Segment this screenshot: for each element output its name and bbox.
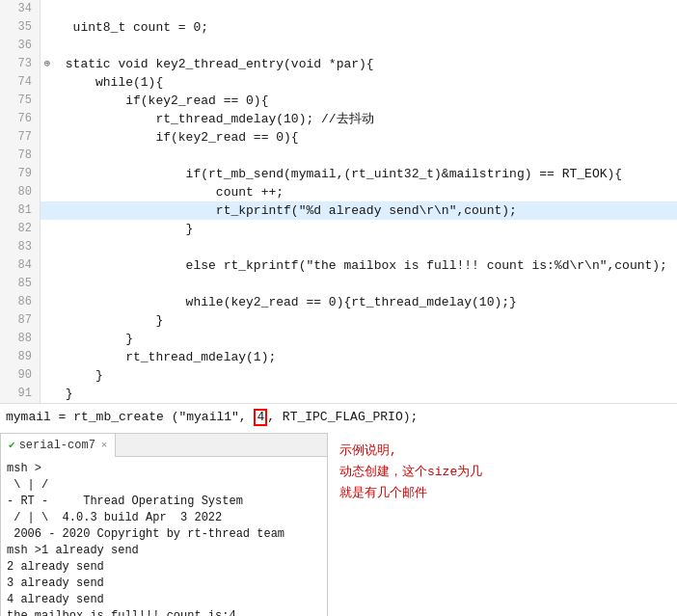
- code-line: 91 }: [0, 385, 677, 403]
- code-line: 78: [0, 147, 677, 165]
- line-number: 74: [0, 73, 41, 92]
- line-content: rt_thread_mdelay(1);: [54, 348, 276, 366]
- line-number: 34: [0, 0, 41, 18]
- tab-close-button[interactable]: ×: [101, 440, 108, 451]
- line-number: 84: [0, 256, 41, 275]
- terminal-tab-label: serial-com7: [19, 439, 95, 452]
- code-line: 34: [0, 0, 677, 18]
- code-line: 79 if(rt_mb_send(mymail,(rt_uint32_t)&ma…: [0, 165, 677, 183]
- mailbox-code: mymail = rt_mb_create ("myail1", 4, RT_I…: [0, 406, 423, 429]
- line-number: 35: [0, 18, 41, 37]
- terminal-line: msh >: [7, 461, 321, 477]
- line-content: rt_thread_mdelay(10); //去抖动: [54, 110, 374, 128]
- code-line: 80 count ++;: [0, 183, 677, 201]
- line-content: }: [54, 330, 133, 348]
- annotation-line: 动态创建，这个size为几: [339, 462, 665, 483]
- line-number: 87: [0, 311, 41, 330]
- code-line: 77 if(key2_read == 0){: [0, 128, 677, 147]
- line-number: 89: [0, 348, 41, 366]
- line-content: if(key2_read == 0){: [54, 92, 268, 110]
- line-content: uint8_t count = 0;: [54, 18, 208, 37]
- line-number: 91: [0, 385, 41, 403]
- code-line: 88 }: [0, 330, 677, 348]
- code-line: 74 while(1){: [0, 73, 677, 92]
- line-number: 75: [0, 92, 41, 110]
- line-number: 76: [0, 110, 41, 128]
- line-number: 36: [0, 37, 41, 55]
- bottom-section: ✔ serial-com7 × msh > \ | /- RT - Thread…: [0, 433, 677, 616]
- line-number: 77: [0, 128, 41, 147]
- code-line: 73⊕ static void key2_thread_entry(void *…: [0, 55, 677, 73]
- terminal-line: 3 already send: [7, 576, 321, 592]
- mailbox-creation-line: mymail = rt_mb_create ("myail1", 4, RT_I…: [0, 403, 677, 431]
- line-number: 81: [0, 201, 41, 220]
- line-number: 78: [0, 147, 41, 165]
- code-line: 87 }: [0, 311, 677, 330]
- code-line: 76 rt_thread_mdelay(10); //去抖动: [0, 110, 677, 128]
- code-line: 83: [0, 238, 677, 256]
- code-line: 86 while(key2_read == 0){rt_thread_mdela…: [0, 293, 677, 311]
- annotation-line: 就是有几个邮件: [339, 483, 665, 504]
- line-number: 83: [0, 238, 41, 256]
- line-content: while(1){: [54, 73, 163, 92]
- annotation-line: 示例说明,: [339, 441, 665, 462]
- line-number: 73: [0, 55, 41, 73]
- line-content: }: [54, 220, 193, 238]
- line-number: 88: [0, 330, 41, 348]
- terminal-line: 2 already send: [7, 559, 321, 576]
- code-line: 84 else rt_kprintf("the mailbox is full!…: [0, 256, 677, 275]
- line-number: 86: [0, 293, 41, 311]
- code-line: 36: [0, 37, 677, 55]
- line-content: static void key2_thread_entry(void *par)…: [54, 55, 374, 73]
- line-content: }: [54, 366, 103, 385]
- terminal-line: msh >1 already send: [7, 543, 321, 559]
- mailbox-size-highlighted: 4: [254, 409, 267, 426]
- code-line: 82 }: [0, 220, 677, 238]
- line-number: 85: [0, 275, 41, 293]
- code-line: 90 }: [0, 366, 677, 385]
- line-content: }: [54, 311, 163, 330]
- line-content: while(key2_read == 0){rt_thread_mdelay(1…: [54, 293, 517, 311]
- line-arrow: ⊕: [41, 55, 54, 73]
- code-line: 81 rt_kprintf("%d already send\r\n",coun…: [0, 201, 677, 220]
- terminal-line: the mailbox is full!!! count is:4: [7, 608, 321, 616]
- terminal-line: \ | /: [7, 477, 321, 494]
- line-content: count ++;: [54, 183, 284, 201]
- terminal-line: 4 already send: [7, 592, 321, 608]
- line-content: if(rt_mb_send(mymail,(rt_uint32_t)&mails…: [54, 165, 622, 183]
- code-editor: 3435 uint8_t count = 0;3673⊕ static void…: [0, 0, 677, 403]
- terminal-body: msh > \ | /- RT - Thread Operating Syste…: [1, 457, 327, 616]
- terminal-line: - RT - Thread Operating System: [7, 494, 321, 510]
- serial-icon: ✔: [9, 439, 15, 451]
- terminal-tab[interactable]: ✔ serial-com7 ×: [1, 434, 116, 457]
- terminal-line: / | \ 4.0.3 build Apr 3 2022: [7, 510, 321, 526]
- line-number: 82: [0, 220, 41, 238]
- line-number: 90: [0, 366, 41, 385]
- line-content: rt_kprintf("%d already send\r\n",count);: [54, 201, 517, 220]
- line-content: }: [54, 385, 73, 403]
- line-number: 80: [0, 183, 41, 201]
- line-content: if(key2_read == 0){: [54, 128, 299, 147]
- terminal-tab-bar: ✔ serial-com7 ×: [1, 434, 327, 457]
- code-line: 35 uint8_t count = 0;: [0, 18, 677, 37]
- line-number: 79: [0, 165, 41, 183]
- code-line: 89 rt_thread_mdelay(1);: [0, 348, 677, 366]
- annotation-section: 示例说明,动态创建，这个size为几就是有几个邮件: [328, 433, 677, 616]
- code-line: 75 if(key2_read == 0){: [0, 92, 677, 110]
- line-content: else rt_kprintf("the mailbox is full!!! …: [54, 256, 667, 275]
- code-line: 85: [0, 275, 677, 293]
- terminal-line: 2006 - 2020 Copyright by rt-thread team: [7, 526, 321, 543]
- terminal-panel: ✔ serial-com7 × msh > \ | /- RT - Thread…: [0, 433, 328, 616]
